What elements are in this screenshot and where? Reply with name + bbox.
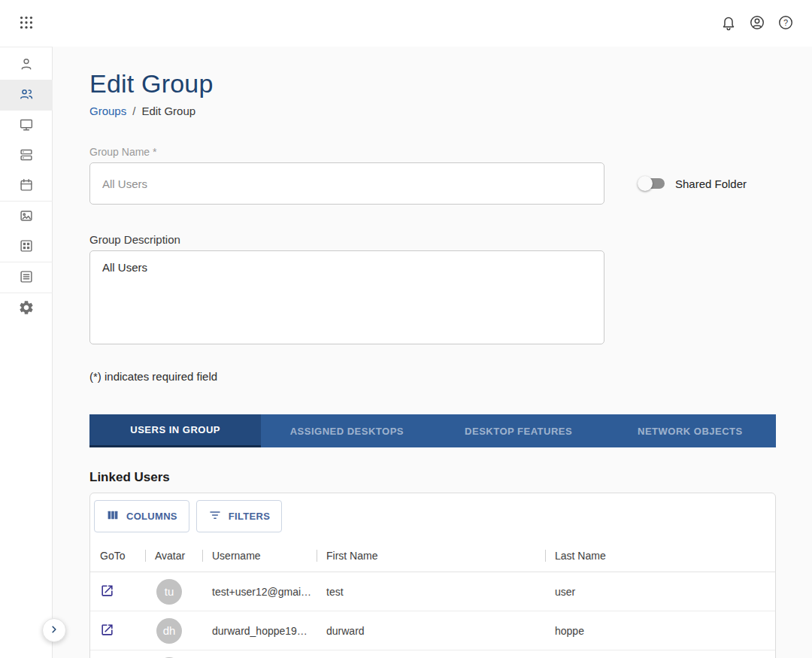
column-header-first-name[interactable]: First Name [317,543,545,569]
chevron-right-icon [47,623,61,638]
filter-icon [208,508,222,524]
edit-group-page: { "topbar": { "icons": ["apps-grid", "no… [0,0,812,658]
help-icon: ? [777,14,794,33]
linked-users-card: COLUMNS FILTERS GoTo Avatar Username Fir… [89,493,776,658]
columns-button-label: COLUMNS [126,511,177,522]
breadcrumb-groups-link[interactable]: Groups [89,105,126,117]
group-description-label: Group Description [89,233,776,246]
breadcrumb: Groups / Edit Group [89,105,776,117]
goto-user-button[interactable] [90,584,145,600]
table-header-row: GoTo Avatar Username First Name Last Nam… [90,543,775,569]
sidebar-expand-button[interactable] [42,618,66,642]
notifications-button[interactable] [717,11,740,36]
apps-grid-icon [18,14,35,33]
avatar-cell: tu [145,579,202,605]
columns-button[interactable]: COLUMNS [94,500,189,532]
filters-button-label: FILTERS [229,511,270,522]
sidebar-item-users[interactable] [0,50,53,80]
username-cell: test+user12@gmai… [202,586,317,598]
topbar: ? [0,0,812,47]
table-body: tu test+user12@gmai… test user [90,572,775,658]
open-in-new-icon [100,623,114,639]
app-launcher-button[interactable] [15,11,38,36]
topbar-actions: ? [717,11,812,36]
calendar-icon [18,177,35,196]
table-row: tu test+user12@gmai… test user [90,572,775,611]
tab-network-objects[interactable]: NETWORK OBJECTS [604,414,776,447]
tab-users-in-group[interactable]: USERS IN GROUP [89,414,261,447]
avatar: dh [156,618,182,644]
list-icon [18,268,35,287]
table-row: uu normaluser@appor… user user [90,650,775,658]
account-button[interactable] [746,11,768,36]
linked-users-title: Linked Users [89,470,776,485]
first-name-cell: test [317,586,545,598]
bell-icon [720,14,737,33]
sidebar-item-servers[interactable] [0,141,53,171]
columns-icon [106,508,120,524]
goto-user-button[interactable] [90,623,145,639]
settings-icon [18,299,35,318]
column-header-goto[interactable]: GoTo [90,543,145,569]
last-name-cell: hoppe [545,625,775,637]
topbar-left [0,11,53,36]
group-name-input[interactable] [89,162,604,205]
main-content: Edit Group Groups / Edit Group Group Nam… [53,47,812,658]
servers-icon [18,147,35,165]
group-name-label: Group Name * [89,146,776,158]
sidebar [0,47,53,658]
tab-bar: USERS IN GROUP ASSIGNED DESKTOPS DESKTOP… [89,414,776,447]
first-name-cell: durward [317,625,545,637]
filters-button[interactable]: FILTERS [196,500,282,532]
shared-folder-toggle-group: Shared Folder [638,176,747,191]
shared-folder-label: Shared Folder [675,177,747,190]
tab-assigned-desktops[interactable]: ASSIGNED DESKTOPS [261,414,432,447]
table-toolbar: COLUMNS FILTERS [90,500,775,532]
desktop-icon [18,117,35,135]
column-header-last-name[interactable]: Last Name [545,543,775,569]
sidebar-item-logs[interactable] [0,262,53,293]
required-field-note: (*) indicates required field [89,370,776,383]
sidebar-item-schedules[interactable] [0,171,53,201]
group-name-row: Shared Folder [89,162,776,205]
column-header-username[interactable]: Username [202,543,317,569]
sidebar-item-registry[interactable] [0,232,53,262]
account-icon [749,14,765,33]
page-title: Edit Group [89,69,776,99]
image-link-icon [18,208,35,226]
group-description-input[interactable]: All Users [89,250,604,344]
avatar-cell: dh [145,618,202,644]
svg-text:?: ? [783,17,788,26]
avatar: tu [156,579,182,605]
toggle-knob [638,176,653,191]
table-row: dh durward_hoppe19… durward hoppe [90,611,775,650]
sidebar-item-groups[interactable] [0,80,53,110]
last-name-cell: user [545,586,775,598]
sidebar-item-images[interactable] [0,202,53,232]
breadcrumb-current: Edit Group [141,105,195,117]
app-body: Edit Group Groups / Edit Group Group Nam… [0,47,812,658]
help-button[interactable]: ? [774,11,797,36]
grid-icon [18,238,35,256]
open-in-new-icon [100,584,114,600]
username-cell: durward_hoppe19… [202,625,317,637]
sidebar-item-desktops[interactable] [0,111,53,141]
tab-desktop-features[interactable]: DESKTOP FEATURES [433,414,604,447]
breadcrumb-separator: / [132,105,135,117]
shared-folder-toggle[interactable] [638,176,666,191]
user-icon [18,56,35,74]
sidebar-item-settings[interactable] [0,293,53,323]
users-group-icon [18,86,35,105]
column-header-avatar[interactable]: Avatar [145,543,202,569]
